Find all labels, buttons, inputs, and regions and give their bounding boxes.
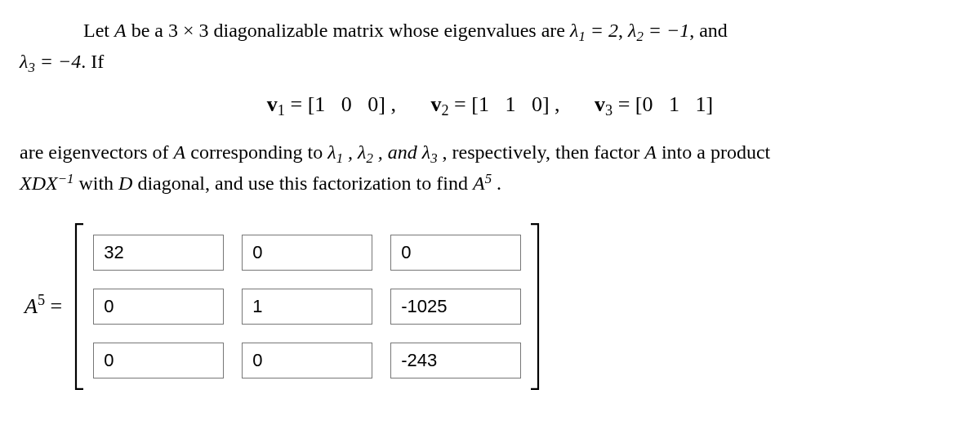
if: . If (81, 51, 104, 72)
matrix-cell-0-1[interactable]: 0 (242, 235, 372, 271)
text: Let (83, 20, 114, 41)
matrix-cell-0-2[interactable]: 0 (390, 235, 521, 271)
lambda1: λ1 = 2 (570, 20, 618, 41)
answer-lhs: A5 = (24, 294, 62, 319)
matrix-cell-1-1[interactable]: 1 (242, 289, 372, 325)
right-bracket-icon (529, 222, 541, 391)
period: . (497, 172, 501, 194)
matrix-cell-1-2[interactable]: -1025 (390, 289, 521, 325)
problem-statement-line2: are eigenvectors of A corresponding to λ… (20, 137, 960, 199)
text: are eigenvectors of (20, 141, 174, 163)
matrix-A: A (174, 141, 186, 163)
text: corresponding to (190, 141, 327, 163)
comma: , (618, 20, 628, 41)
lambda3: λ3 = −4 (20, 51, 81, 72)
matrix-cell-2-2[interactable]: -243 (390, 343, 521, 378)
matrix-A: A (644, 141, 657, 163)
D: D (118, 172, 132, 194)
matrix-cell-0-0[interactable]: 32 (93, 235, 224, 271)
eigenvector-definitions: v1 = [1 0 0] , v2 = [1 1 0] , v3 = [0 1 … (20, 92, 960, 117)
factorization: XDX−1 (20, 172, 74, 194)
matrix-A: A (114, 20, 127, 41)
matrix-cell-1-0[interactable]: 0 (93, 289, 224, 325)
matrix-cell-2-0[interactable]: 0 (93, 343, 224, 378)
problem-statement-line1: Let A be a 3 × 3 diagonalizable matrix w… (20, 15, 960, 78)
text: with (78, 172, 118, 194)
text: into a product (662, 141, 770, 163)
matrix-cell-2-1[interactable]: 0 (242, 343, 372, 378)
and: , and (689, 20, 728, 41)
answer-matrix: 32 0 0 0 1 -1025 0 0 -243 (74, 222, 541, 391)
text: be a 3 × 3 diagonalizable matrix whose e… (131, 20, 570, 41)
left-bracket-icon (74, 222, 85, 391)
text: , respectively, then factor (443, 141, 645, 163)
target: A5 (473, 172, 492, 194)
answer-area: A5 = 32 0 0 0 1 -1025 0 0 -243 (20, 222, 960, 391)
lambda2: λ2 = −1 (628, 20, 689, 41)
ev-list: λ1 , λ2 , and λ3 (327, 141, 437, 163)
text: diagonal, and use this factorization to … (137, 172, 473, 194)
